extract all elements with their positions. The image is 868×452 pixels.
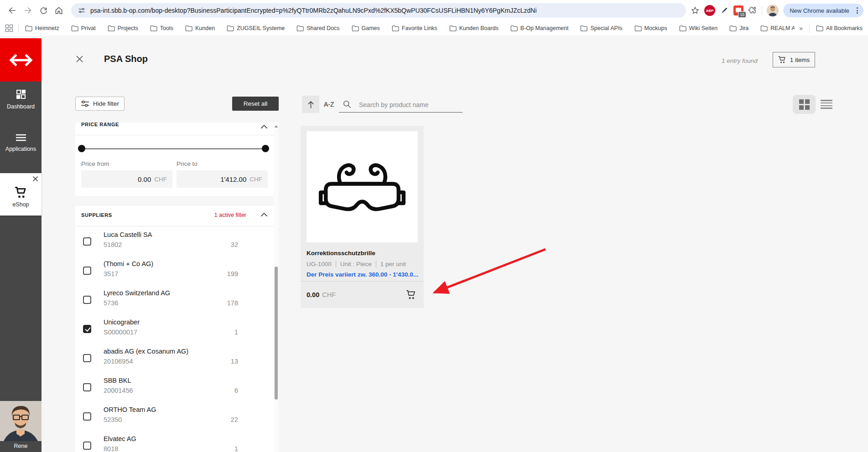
bookmark-folder[interactable]: ZUGSEIL Systeme — [227, 25, 285, 31]
browser-menu-icon[interactable] — [854, 5, 861, 15]
supplier-checkbox[interactable] — [83, 296, 91, 304]
bookmark-folder[interactable]: Tools — [150, 25, 173, 31]
bookmark-folder[interactable]: REALM APPS — [760, 25, 795, 31]
supplier-checkbox[interactable] — [83, 442, 91, 450]
shop-close-button[interactable] — [76, 55, 83, 63]
home-icon — [54, 6, 63, 15]
all-bookmarks-button[interactable]: All Bookmarks — [816, 25, 863, 31]
sidebar-item-applications[interactable]: Applications — [0, 133, 42, 152]
supplier-count: 32 — [231, 241, 238, 248]
price-from-input[interactable]: 0.00 CHF — [81, 170, 172, 188]
home-button[interactable] — [51, 3, 67, 18]
bookmark-folder[interactable]: Privat — [71, 25, 96, 31]
bookmark-folder[interactable]: Kunden Boards — [449, 25, 499, 31]
product-per-unit: 1 per unit — [380, 261, 406, 267]
supplier-checkbox[interactable] — [83, 325, 91, 333]
product-name: Korrektionsschutzbrille — [307, 250, 375, 257]
toolbar-divider — [762, 6, 762, 15]
bookmark-folder[interactable]: Kunden — [185, 25, 215, 31]
bookmarks-bar: Heimnetz Privat Projects Tools Kunden — [0, 21, 868, 36]
price-slider-track[interactable] — [81, 148, 268, 149]
user-avatar[interactable] — [0, 401, 42, 441]
supplier-count: 6 — [234, 387, 238, 394]
collapse-chevron-icon[interactable] — [261, 212, 267, 216]
filter-scrollbar-thumb[interactable] — [275, 267, 278, 400]
supplier-row[interactable]: Luca Castelli SA 51802 32 — [75, 227, 274, 256]
chrome-update-button[interactable]: New Chrome available — [783, 4, 863, 17]
hide-filter-button[interactable]: Hide filter — [75, 97, 125, 111]
bookmark-folder[interactable]: Projects — [108, 25, 138, 31]
bookmark-star-icon[interactable] — [691, 6, 700, 15]
supplier-checkbox[interactable] — [83, 267, 91, 275]
eshop-cart-icon — [0, 187, 42, 199]
profile-photo-icon — [767, 5, 779, 16]
supplier-row[interactable]: (Thomi + Co AG) 3517 199 — [75, 256, 274, 285]
search-input[interactable] — [339, 98, 463, 113]
address-bar[interactable]: psa-int.sbb.b-op.com/bop-desktop?Busines… — [71, 3, 686, 18]
reload-button[interactable] — [36, 3, 51, 18]
user-name-label: Rene — [0, 443, 42, 449]
bookmark-folder-label: Special APIs — [590, 25, 622, 31]
supplier-list: Luca Castelli SA 51802 32 (Thomi + Co AG… — [75, 227, 274, 452]
url-text[interactable]: psa-int.sbb.b-op.com/bop-desktop?Busines… — [90, 7, 680, 14]
bookmarks-divider — [18, 24, 19, 33]
browser-profile-avatar[interactable] — [767, 5, 779, 16]
sidebar-item-label: eShop — [0, 201, 42, 208]
cart-items-button[interactable]: 1 items — [773, 52, 815, 67]
price-slider-handle-min[interactable] — [78, 145, 85, 152]
product-card[interactable]: Korrektionsschutzbrille UG-1000 Unit : P… — [301, 126, 424, 308]
bookmark-folder-label: Projects — [118, 25, 138, 31]
bookmark-folder[interactable]: Shared Docs — [296, 25, 339, 31]
bookmark-folder-label: Favorite Links — [402, 25, 437, 31]
supplier-checkbox[interactable] — [83, 412, 91, 421]
list-view-button[interactable] — [821, 99, 832, 110]
supplier-row[interactable]: abadis AG (ex Cosanum AG) 20106954 13 — [75, 344, 274, 373]
supplier-row[interactable]: Lyreco Switzerland AG 5736 178 — [75, 285, 274, 314]
apps-grid-icon[interactable] — [5, 25, 13, 32]
bookmark-folder[interactable]: Heimnetz — [25, 25, 59, 31]
supplier-name: (Thomi + Co AG) — [104, 260, 153, 267]
add-to-cart-button[interactable] — [406, 290, 416, 300]
extensions-puzzle-icon[interactable] — [748, 6, 757, 15]
cart-items-label: 1 items — [790, 56, 810, 63]
supplier-name: Luca Castelli SA — [104, 231, 152, 238]
suppliers-title: SUPPLIERS — [81, 212, 112, 218]
sidebar-item-dashboard[interactable]: Dashboard — [0, 89, 42, 110]
supplier-row[interactable]: ORTHO Team AG 52350 22 — [75, 402, 274, 431]
sidebar-item-eshop-active[interactable]: eShop — [0, 173, 42, 216]
sort-direction-button[interactable] — [302, 96, 319, 113]
bookmark-folder[interactable]: Jira — [729, 25, 748, 31]
sbb-logo[interactable] — [0, 38, 42, 82]
price-varies-link[interactable]: Der Preis variiert zw. 360.00 - 1'430.0.… — [307, 271, 418, 278]
bookmark-folder[interactable]: B-Op Management — [510, 25, 569, 31]
adblock-extension-icon[interactable]: ABP — [704, 5, 715, 16]
folder-icon — [352, 25, 359, 31]
supplier-row[interactable]: Unicograber S00000017 1 — [75, 314, 274, 344]
bookmark-folder[interactable]: Mockups — [634, 25, 667, 31]
reset-all-button[interactable]: Reset all — [232, 97, 279, 111]
price-to-input[interactable]: 1'412.00 CHF — [177, 170, 268, 188]
collapse-chevron-icon[interactable] — [261, 124, 267, 128]
bookmark-folder[interactable]: Wiki Seiten — [679, 25, 718, 31]
red-extension-icon[interactable]: 15 — [733, 5, 743, 15]
scrollbar-up-arrow[interactable] — [274, 124, 278, 128]
bookmarks-overflow-chevron[interactable]: » — [799, 25, 803, 32]
supplier-checkbox[interactable] — [83, 383, 91, 391]
back-button[interactable] — [5, 3, 20, 18]
bookmark-folder[interactable]: Favorite Links — [392, 25, 437, 31]
eshop-close-icon[interactable] — [32, 176, 38, 182]
bookmark-folder[interactable]: Special APIs — [580, 25, 622, 31]
bookmark-folder[interactable]: Games — [352, 25, 380, 31]
grid-view-button[interactable] — [793, 95, 816, 114]
section-divider — [75, 135, 274, 135]
forward-button[interactable] — [20, 3, 36, 18]
supplier-checkbox[interactable] — [83, 354, 91, 362]
supplier-count: 199 — [227, 270, 238, 277]
sort-mode-label[interactable]: A-Z — [324, 101, 334, 108]
price-slider-handle-max[interactable] — [262, 145, 269, 152]
pen-extension-icon[interactable] — [720, 6, 729, 15]
supplier-row[interactable]: Elvatec AG 8018 1 — [75, 431, 274, 452]
supplier-checkbox[interactable] — [83, 237, 91, 246]
site-settings-icon[interactable] — [78, 6, 86, 15]
supplier-row[interactable]: SBB BKL 20001456 6 — [75, 373, 274, 402]
